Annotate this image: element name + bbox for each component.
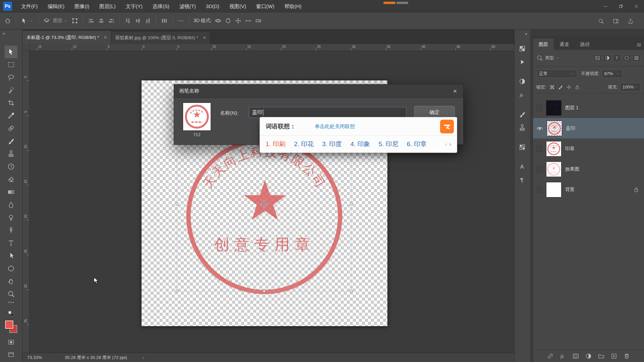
tool-preset-picker[interactable] <box>19 16 35 25</box>
menu-item-2[interactable]: 图像(I) <box>69 0 94 12</box>
zoom-level-field[interactable]: 73.33% <box>27 355 49 360</box>
align-left-button[interactable] <box>87 16 96 25</box>
status-options-chevron[interactable]: › <box>143 355 144 360</box>
dialog-titlebar[interactable]: 画笔名称 × <box>174 84 463 98</box>
dialog-close-icon[interactable]: × <box>452 87 458 95</box>
link-layers-button[interactable] <box>547 353 554 360</box>
history-brush-tool[interactable] <box>5 160 17 173</box>
history-panel-icon[interactable] <box>517 44 527 54</box>
visibility-toggle[interactable] <box>536 145 543 152</box>
blend-mode-dropdown[interactable]: 正常 <box>536 69 577 78</box>
layer-thumbnail[interactable] <box>546 162 561 177</box>
menu-item-6[interactable]: 滤镜(T) <box>174 0 201 12</box>
show-transform-controls-toggle[interactable] <box>70 16 79 25</box>
layer-row-3[interactable]: 效果图 <box>533 159 644 179</box>
clone-stamp-tool[interactable] <box>5 147 17 160</box>
actions-panel-icon[interactable] <box>517 57 527 67</box>
visibility-toggle[interactable] <box>536 186 543 193</box>
photoshop-logo-icon[interactable]: Ps <box>3 2 12 11</box>
clone-source-panel-icon[interactable] <box>517 123 527 133</box>
crop-tool[interactable] <box>5 97 17 109</box>
menu-item-4[interactable]: 文字(Y) <box>121 0 148 12</box>
libraries-panel-icon[interactable] <box>517 142 527 152</box>
3d-slide-button[interactable] <box>244 16 253 25</box>
eyedropper-tool[interactable] <box>5 109 17 122</box>
layer-style-fx-button[interactable]: fx <box>559 353 567 360</box>
layer-thumbnail[interactable] <box>546 100 561 116</box>
filter-shape-button[interactable] <box>623 54 631 62</box>
align-top-button[interactable] <box>123 16 132 25</box>
filter-smart-button[interactable] <box>632 54 641 62</box>
tab-layers[interactable]: 图层 <box>533 39 554 50</box>
fill-dropdown[interactable]: 100% <box>620 83 641 92</box>
layer-row-1[interactable]: 盖印 <box>533 118 644 138</box>
hand-tool[interactable] <box>5 275 17 288</box>
quick-selection-tool[interactable] <box>5 84 17 97</box>
tab-close-icon[interactable]: × <box>104 35 107 40</box>
prev-page-icon[interactable]: ‹ <box>445 140 447 148</box>
menu-item-3[interactable]: 图层(L) <box>94 0 120 12</box>
ime-suggestion-5[interactable]: 5. 印尼 <box>379 140 398 148</box>
brush-name-input[interactable]: 盖印 <box>249 107 407 118</box>
ime-suggestion-6[interactable]: 6. 印章 <box>407 140 427 148</box>
auto-select-icon[interactable] <box>42 16 51 25</box>
minimize-button[interactable] <box>598 0 613 12</box>
3d-orbit-button[interactable] <box>214 16 222 25</box>
panels-button[interactable] <box>612 17 620 25</box>
new-group-button[interactable] <box>598 353 605 360</box>
layer-thumbnail[interactable] <box>546 182 561 197</box>
lock-transparent-button[interactable] <box>548 84 556 90</box>
add-mask-button[interactable] <box>572 353 579 360</box>
filter-type-button[interactable]: T <box>613 54 621 62</box>
filter-caret-icon[interactable] <box>555 56 560 60</box>
blur-tool[interactable] <box>5 198 17 211</box>
maximize-button[interactable] <box>613 0 629 12</box>
properties-panel-icon[interactable] <box>517 76 527 86</box>
eraser-tool[interactable] <box>5 173 17 186</box>
handle-sw[interactable] <box>176 290 178 292</box>
ime-close-hint[interactable]: 单击此处关闭联想 <box>315 123 355 130</box>
home-icon[interactable] <box>3 16 12 25</box>
menu-item-5[interactable]: 选择(S) <box>148 0 174 12</box>
tab-close-icon[interactable]: × <box>203 35 206 41</box>
collapse-panels-icon[interactable]: « <box>525 29 530 36</box>
menu-item-0[interactable]: 文件(F) <box>16 0 43 12</box>
layer-row-0[interactable]: 图层 1 <box>533 98 644 118</box>
panel-menu-icon[interactable] <box>634 40 644 50</box>
paragraph-panel-icon[interactable]: ¶ <box>517 175 527 185</box>
character-panel-icon[interactable]: A <box>517 162 527 172</box>
layer-row-2[interactable]: 印章 <box>533 138 644 159</box>
layer-thumbnail[interactable] <box>547 121 562 136</box>
align-right-button[interactable] <box>107 16 116 25</box>
layer-row-4[interactable]: 背景 <box>533 179 644 200</box>
lasso-tool[interactable] <box>5 71 17 84</box>
tab-channels[interactable]: 通道 <box>554 39 575 50</box>
dodge-tool[interactable] <box>5 211 17 224</box>
document-tab-1[interactable]: 未标题-1 @ 73.3% (盖印, RGB/8#) * × <box>22 31 111 44</box>
gradient-tool[interactable] <box>5 186 17 198</box>
ime-suggestion-4[interactable]: 4. 印象 <box>350 140 370 148</box>
tab-paths[interactable]: 路径 <box>575 39 595 50</box>
filter-adjustment-button[interactable] <box>603 54 611 62</box>
new-adjustment-button[interactable] <box>585 353 592 360</box>
3d-pan-button[interactable] <box>234 16 243 25</box>
distribute-button[interactable] <box>160 16 169 25</box>
next-page-icon[interactable]: › <box>449 140 451 148</box>
path-selection-tool[interactable] <box>5 249 17 262</box>
pen-tool[interactable] <box>5 224 17 237</box>
shape-tool[interactable] <box>5 262 17 275</box>
menu-item-1[interactable]: 编辑(E) <box>43 0 69 12</box>
horizontal-type-tool[interactable] <box>5 237 17 249</box>
reference-point-icon[interactable] <box>259 199 269 208</box>
ime-suggestion-2[interactable]: 2. 印花 <box>294 140 314 148</box>
visibility-toggle[interactable] <box>536 105 543 111</box>
edit-toolbar-icon[interactable] <box>6 298 16 307</box>
visibility-toggle[interactable] <box>536 166 543 173</box>
brush-tool[interactable] <box>5 135 17 147</box>
layer-thumbnail[interactable] <box>546 141 561 157</box>
visibility-eye-icon[interactable] <box>536 125 543 132</box>
expand-tools-icon[interactable]: » <box>0 29 22 36</box>
filter-image-button[interactable] <box>593 54 602 62</box>
align-bottom-button[interactable] <box>144 16 152 25</box>
move-tool[interactable] <box>5 46 17 58</box>
